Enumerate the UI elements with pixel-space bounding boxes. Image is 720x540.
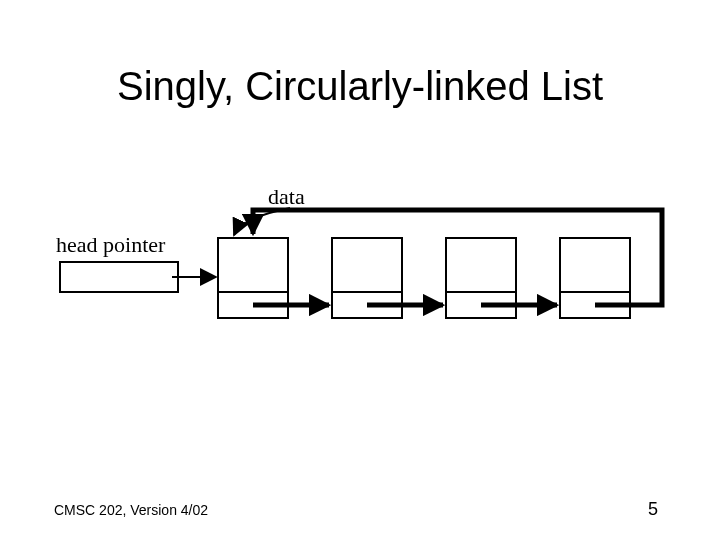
page-number: 5 [648,499,658,520]
footer-text: CMSC 202, Version 4/02 [54,502,208,518]
svg-rect-0 [60,262,178,292]
linked-list-diagram [0,0,720,540]
